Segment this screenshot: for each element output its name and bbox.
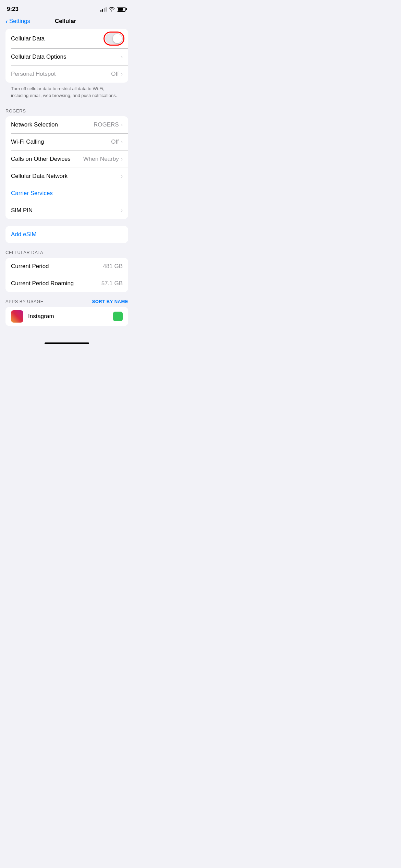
sim-pin-label: SIM PIN [11,207,33,214]
network-selection-value: ROGERS [94,121,119,128]
network-selection-row[interactable]: Network Selection ROGERS › [5,116,128,133]
cellular-data-section: Cellular Data Cellular Data Options › Pe… [5,29,128,103]
cellular-data-network-right: › [121,173,123,179]
current-period-value: 481 GB [103,263,123,270]
back-button[interactable]: ‹ Settings [5,18,30,25]
calls-other-devices-label: Calls on Other Devices [11,156,71,162]
sort-by-name-button[interactable]: SORT BY NAME [92,299,128,304]
cellular-data-section-header: CELLULAR DATA [0,250,134,258]
signal-icon [100,7,107,12]
current-period-right: 481 GB [103,263,123,270]
cellular-data-toggle[interactable] [105,33,123,44]
rogers-card: Network Selection ROGERS › Wi-Fi Calling… [5,116,128,219]
current-period-roaming-label: Current Period Roaming [11,280,74,287]
sim-pin-right: › [121,207,123,214]
cellular-data-network-label: Cellular Data Network [11,173,68,180]
apps-section: Instagram [5,307,128,326]
apps-by-usage-label: APPS BY USAGE [5,299,44,304]
cellular-data-card: Cellular Data Cellular Data Options › Pe… [5,29,128,83]
battery-icon [117,7,127,12]
cellular-data-description: Turn off cellular data to restrict all d… [5,83,128,103]
chevron-icon: › [121,156,123,162]
current-period-roaming-value: 57.1 GB [101,280,123,287]
current-period-roaming-row: Current Period Roaming 57.1 GB [5,275,128,292]
carrier-services-row[interactable]: Carrier Services [5,185,128,202]
current-period-label: Current Period [11,263,49,270]
rogers-section: Network Selection ROGERS › Wi-Fi Calling… [5,116,128,219]
current-period-row: Current Period 481 GB [5,258,128,275]
cellular-data-options-label: Cellular Data Options [11,53,66,60]
wifi-calling-value: Off [111,138,119,145]
chevron-icon: › [121,139,123,145]
apps-by-usage-header: APPS BY USAGE SORT BY NAME [0,295,134,307]
cellular-data-options-row[interactable]: Cellular Data Options › [5,48,128,65]
instagram-icon [11,310,23,323]
network-selection-label: Network Selection [11,121,58,128]
instagram-toggle[interactable] [113,312,123,321]
wifi-calling-right: Off › [111,138,123,145]
calls-other-devices-row[interactable]: Calls on Other Devices When Nearby › [5,150,128,168]
nav-bar: ‹ Settings Cellular [0,16,134,29]
esim-card: Add eSIM [5,226,128,243]
page-title: Cellular [55,18,76,25]
network-selection-right: ROGERS › [94,121,123,128]
cellular-data-label: Cellular Data [11,35,45,42]
chevron-icon: › [121,71,123,77]
status-bar: 9:23 [0,0,134,16]
wifi-calling-label: Wi-Fi Calling [11,138,44,145]
home-indicator [45,342,89,344]
apps-card: Instagram [5,307,128,326]
carrier-services-label: Carrier Services [11,190,53,197]
personal-hotspot-right: Off › [111,71,123,77]
personal-hotspot-value: Off [111,71,119,77]
cellular-data-row[interactable]: Cellular Data [5,29,128,48]
cellular-data-stats-card: Current Period 481 GB Current Period Roa… [5,258,128,292]
chevron-icon: › [121,173,123,179]
back-chevron-icon: ‹ [5,18,8,25]
esim-section: Add eSIM [5,226,128,243]
rogers-section-header: ROGERS [0,108,134,116]
add-esim-row[interactable]: Add eSIM [5,226,128,243]
cellular-data-network-row[interactable]: Cellular Data Network › [5,168,128,185]
status-icons [100,7,127,12]
add-esim-label: Add eSIM [11,231,37,238]
personal-hotspot-row[interactable]: Personal Hotspot Off › [5,65,128,83]
status-time: 9:23 [7,6,19,13]
chevron-icon: › [121,54,123,60]
wifi-icon [109,7,115,12]
home-indicator-bar [0,340,134,347]
calls-other-devices-right: When Nearby › [83,156,123,162]
cellular-data-options-right: › [121,54,123,60]
sim-pin-row[interactable]: SIM PIN › [5,202,128,219]
personal-hotspot-label: Personal Hotspot [11,71,56,77]
instagram-label: Instagram [28,313,113,320]
chevron-icon: › [121,122,123,128]
wifi-calling-row[interactable]: Wi-Fi Calling Off › [5,133,128,150]
instagram-row[interactable]: Instagram [5,307,128,326]
chevron-icon: › [121,207,123,214]
back-label: Settings [9,18,30,25]
cellular-data-stats-section: Current Period 481 GB Current Period Roa… [5,258,128,292]
current-period-roaming-right: 57.1 GB [101,280,123,287]
toggle-thumb [113,34,122,43]
calls-other-devices-value: When Nearby [83,156,119,162]
